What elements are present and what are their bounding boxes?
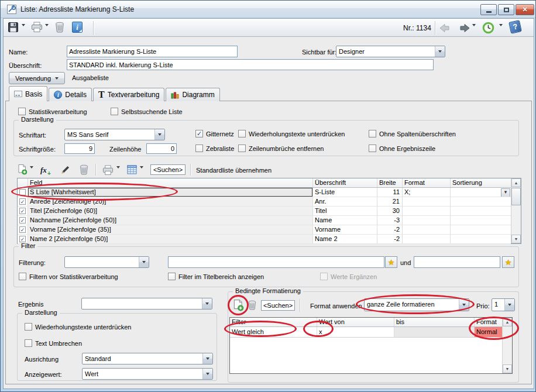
col-feld[interactable]: Feld	[28, 178, 313, 187]
checkbox-box[interactable]	[238, 130, 246, 137]
cell-feld[interactable]: S Liste [Wahrheitswert]	[28, 188, 313, 197]
filter-expression-2[interactable]	[414, 256, 500, 268]
cell-format[interactable]	[403, 225, 451, 235]
cell-sortierung[interactable]	[451, 207, 511, 216]
checkbox-box[interactable]	[19, 273, 26, 280]
d2-wiederholung-checkbox[interactable]: Wiederholungstexte unterdrücken	[25, 323, 131, 331]
cell-format[interactable]	[403, 235, 451, 244]
chevron-down-icon[interactable]	[435, 46, 445, 57]
filter-favorite-button-2[interactable]: ★	[502, 256, 514, 268]
checkbox-box[interactable]	[25, 339, 32, 347]
tab-basis[interactable]: Basis	[9, 86, 47, 101]
zeilenumbrueche-checkbox[interactable]: Zeilenumbrüche entfernen	[238, 145, 324, 152]
field-table-row[interactable]: S Liste [Wahrheitswert] S-Liste 11 X;	[18, 188, 521, 197]
cell-breite[interactable]: 11	[377, 188, 403, 197]
cell-ueberschrift[interactable]: Vorname	[313, 225, 377, 235]
selbstsuchende-checkbox[interactable]: Selbstsuchende Liste	[111, 108, 183, 115]
chevron-down-icon[interactable]	[504, 299, 514, 311]
chevron-down-icon[interactable]	[154, 129, 164, 140]
field-table-row[interactable]: ✓ Titel [Zeichenfolge (60)] Titel 30	[18, 207, 521, 216]
col-bis[interactable]: bis	[394, 318, 475, 326]
cell-ueberschrift[interactable]: Anr.	[313, 197, 377, 207]
cell-wert-von[interactable]: x	[317, 327, 394, 338]
chevron-down-icon[interactable]	[202, 298, 212, 309]
ueberschrift-input[interactable]	[67, 59, 434, 70]
checkbox-box[interactable]	[25, 323, 32, 331]
add-field-button[interactable]	[17, 164, 28, 175]
field-table-row[interactable]: ✓ Vorname [Zeichenfolge (35)] Vorname -2	[18, 225, 521, 235]
cell-sortierung[interactable]	[451, 216, 511, 225]
scrollbar-thumb[interactable]	[511, 188, 521, 205]
field-table-row[interactable]: ✓ Name 2 [Zeichenfolge (50)] Name 2 -2	[18, 235, 521, 244]
add-format-rule-button[interactable]	[232, 299, 244, 311]
checkbox-box[interactable]	[238, 145, 246, 152]
cell-format[interactable]	[403, 197, 451, 207]
cell-format[interactable]	[403, 216, 451, 225]
titelbereich-checkbox[interactable]: Filter im Titelbereich anzeigen	[168, 273, 264, 280]
gitternetz-checkbox[interactable]: ✓ Gitternetz	[195, 130, 234, 137]
delete-field-button[interactable]	[79, 164, 89, 175]
cell-sortierung[interactable]	[451, 188, 511, 197]
tab-details[interactable]: i Details	[49, 88, 92, 101]
cell-breite[interactable]: 30	[377, 207, 403, 216]
col-filter[interactable]: Filter	[230, 318, 317, 326]
delete-format-rule-button[interactable]	[248, 300, 257, 310]
col-breite[interactable]: Breite	[377, 178, 403, 187]
schriftgroesse-input[interactable]	[64, 143, 95, 154]
nav-dropdown[interactable]	[472, 26, 476, 37]
info-button[interactable]: i	[72, 22, 83, 33]
chevron-down-icon[interactable]	[139, 257, 149, 267]
sichtbar-select[interactable]: Designer	[336, 46, 445, 57]
filter-expression-1[interactable]	[168, 256, 384, 268]
cell-feld[interactable]: Vorname [Zeichenfolge (35)]	[28, 225, 313, 235]
cell-format[interactable]	[403, 207, 451, 216]
row-checkbox[interactable]	[19, 189, 26, 195]
field-search-button[interactable]: <Suchen>	[150, 164, 185, 175]
row-checkbox[interactable]: ✓	[19, 217, 26, 223]
history-dropdown[interactable]	[499, 26, 503, 37]
cell-sortierung[interactable]	[451, 225, 511, 235]
name-input[interactable]	[67, 46, 238, 57]
close-button[interactable]: ✕	[516, 4, 534, 15]
cell-sortierung[interactable]	[451, 235, 511, 244]
cell-format[interactable]: X;	[403, 188, 451, 197]
cell-breite[interactable]: -2	[377, 225, 403, 235]
field-table-row[interactable]: ✓ Anrede [Zeichenfolge (20)] Anr. 21	[18, 197, 521, 207]
checkbox-box[interactable]	[111, 108, 118, 115]
cell-feld[interactable]: Name 2 [Zeichenfolge (50)]	[28, 235, 313, 244]
col-format[interactable]: Format	[403, 178, 451, 187]
row-checkbox[interactable]: ✓	[19, 226, 26, 233]
grid-view-button[interactable]	[127, 165, 137, 174]
col-sortierung[interactable]: Sortierung	[451, 178, 511, 187]
minimize-button[interactable]	[480, 4, 497, 15]
row-checkbox[interactable]: ✓	[19, 198, 26, 205]
cell-ueberschrift[interactable]: Titel	[313, 207, 377, 216]
text-umbrechen-checkbox[interactable]: Text Umbrechen	[25, 339, 82, 347]
cell-breite[interactable]: 21	[377, 197, 403, 207]
standardliste-button[interactable]: Standardliste übernehmen	[196, 167, 272, 174]
checkbox-box[interactable]	[369, 145, 376, 152]
tab-diagramm[interactable]: Diagramm	[166, 88, 219, 101]
save-button[interactable]	[8, 22, 19, 33]
checkbox-box[interactable]	[168, 273, 176, 280]
cell-feld[interactable]: Titel [Zeichenfolge (60)]	[28, 207, 313, 216]
zebraliste-checkbox[interactable]: Zebraliste	[195, 145, 234, 152]
cell-ueberschrift[interactable]: S-Liste	[313, 188, 377, 197]
ausrichtung-select[interactable]: Standard	[82, 353, 213, 365]
filtern-vor-checkbox[interactable]: Filtern vor Statistikverarbeitung	[19, 273, 118, 280]
cell-breite[interactable]: -2	[377, 235, 403, 244]
save-dropdown[interactable]	[22, 26, 25, 37]
scroll-up-icon[interactable]: ▲	[511, 178, 521, 187]
checkbox-box[interactable]	[195, 145, 203, 152]
filterung-select[interactable]	[64, 256, 149, 268]
print-button[interactable]	[31, 22, 43, 33]
cell-format[interactable]: Normal	[475, 327, 502, 338]
history-button[interactable]	[482, 21, 495, 35]
tab-textverarbeitung[interactable]: T Textverarbeitung	[93, 88, 164, 101]
cell-ueberschrift[interactable]: Name	[313, 216, 377, 225]
cell-feld[interactable]: Nachname [Zeichenfolge (50)]	[28, 216, 313, 225]
verwendung-button[interactable]: Verwendung	[9, 72, 65, 84]
ohne-spalten-checkbox[interactable]: Ohne Spaltenüberschriften	[369, 130, 456, 137]
schriftart-select[interactable]: MS Sans Serif	[64, 129, 165, 140]
scroll-up-icon[interactable]: ▲	[503, 318, 512, 326]
